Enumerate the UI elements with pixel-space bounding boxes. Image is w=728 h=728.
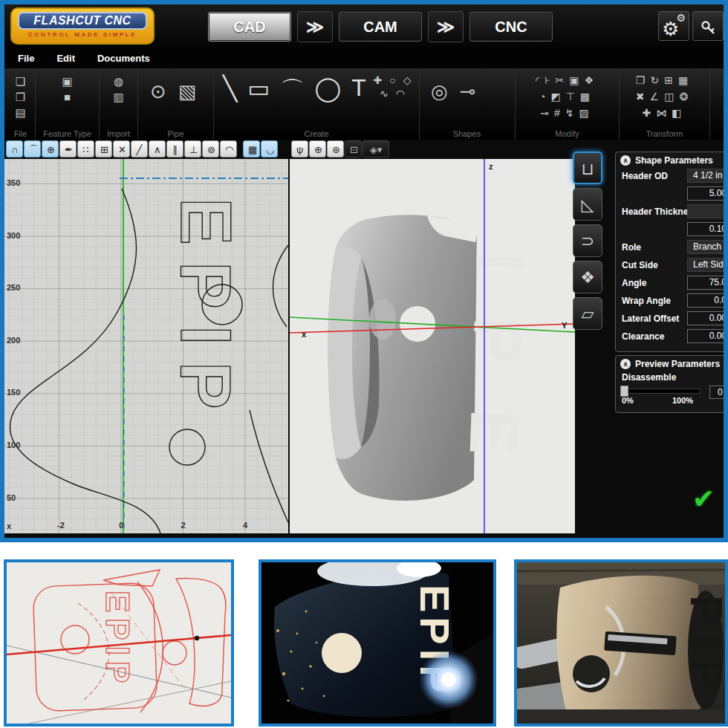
wrap-angle-field[interactable]: 0.0 <box>687 293 728 308</box>
save-icon[interactable]: ▤ <box>15 105 25 120</box>
skew-icon[interactable]: ∠ <box>650 89 665 104</box>
snap-quadrant-button[interactable]: ◠ <box>220 140 237 157</box>
nav-cnc-button[interactable]: CNC <box>469 12 553 42</box>
text-icon[interactable]: T <box>351 74 366 107</box>
break-icon[interactable]: ↯ <box>565 105 579 120</box>
cut-icon[interactable]: ✂ <box>556 73 570 88</box>
smooth-toggle-button[interactable]: ◡ <box>261 140 278 157</box>
snap-intersection-button[interactable]: ✕ <box>113 140 130 157</box>
ribbon-group-label: Shapes <box>419 129 515 138</box>
corner-icon[interactable]: ◔ <box>539 89 550 104</box>
disassemble-value-field[interactable]: 0 <box>709 386 728 399</box>
cut-side-dropdown[interactable]: Left Side <box>687 258 728 272</box>
value-field[interactable]: 0.10 <box>687 222 728 236</box>
arc-icon[interactable]: ⌒ <box>281 74 305 107</box>
angle-field[interactable]: 75.0 <box>687 276 728 290</box>
view-cube-button[interactable]: ◈▾ <box>363 140 389 157</box>
feature-filled-icon[interactable]: ■ <box>64 90 71 104</box>
clearance-field[interactable]: 0.00 <box>687 329 728 343</box>
collapse-button[interactable]: ∧ <box>620 155 631 166</box>
value-field[interactable]: 5.00 <box>687 186 728 201</box>
zoom-extents-button[interactable]: ⊛ <box>327 140 344 157</box>
joint-miter-button[interactable]: ◺ <box>573 188 602 221</box>
pipe-diameter-icon[interactable]: ⊙ <box>150 80 166 103</box>
arc-small-icon[interactable]: ◠ <box>396 88 405 100</box>
mirror-icon[interactable]: ◧ <box>672 105 686 120</box>
joint-branch-button[interactable]: ⊔ <box>573 152 602 184</box>
delete-icon[interactable]: ✖ <box>636 89 650 104</box>
point-icon[interactable]: ✚ <box>374 74 383 86</box>
preview-3d-viewport[interactable]: IPE x Y z <box>288 159 575 533</box>
cad-2d-viewport[interactable]: EPIP x 35030025020015010050-2024 <box>4 159 288 533</box>
trim-icon[interactable]: ⊦ <box>545 73 555 88</box>
snap-endpoint-button[interactable]: ✒ <box>59 140 77 157</box>
array-icon[interactable]: ⊞ <box>664 73 678 88</box>
rotate-icon[interactable]: ↻ <box>650 73 664 88</box>
grid-array-icon[interactable]: ▦ <box>678 73 693 88</box>
collapse-button[interactable]: ∧ <box>620 359 631 369</box>
weld-icon[interactable]: ⊤ <box>566 89 580 104</box>
snap-magnet-button[interactable]: ∩ <box>6 140 23 157</box>
spline-icon[interactable]: ∿ <box>380 88 389 100</box>
menu-file[interactable]: File <box>18 53 34 64</box>
apply-checkmark-button[interactable]: ✔ <box>692 486 715 513</box>
zoom-window-button[interactable]: ⊡ <box>345 140 362 157</box>
snap-vertex-button[interactable]: ∧ <box>149 140 166 157</box>
import-web-icon[interactable]: ◍ <box>114 74 123 88</box>
stretch-icon[interactable]: ▣ <box>569 73 584 88</box>
settings-gears-button[interactable]: ⚙ ⚙ <box>658 11 689 41</box>
circle-icon[interactable]: ◯ <box>315 74 342 107</box>
open-folder-icon[interactable]: ❒ <box>16 90 25 104</box>
disassemble-slider[interactable] <box>622 389 701 394</box>
grid-toggle-button[interactable]: ▦ <box>243 140 260 157</box>
pattern-icon[interactable]: ▨ <box>579 105 594 120</box>
role-dropdown[interactable]: Branch <box>687 240 728 254</box>
snap-arc-button[interactable]: ⌒ <box>24 140 41 157</box>
duplicate-icon[interactable]: ◫ <box>664 89 679 104</box>
new-file-icon[interactable]: ❏ <box>16 74 25 88</box>
crop-icon[interactable]: ◩ <box>550 89 565 104</box>
pan-hand-button[interactable]: ψ <box>291 140 308 157</box>
snap-parallel-button[interactable]: ∥ <box>166 140 183 157</box>
feature-outline-icon[interactable]: ▣ <box>62 74 72 88</box>
joint-offset-button[interactable]: ▱ <box>573 297 602 330</box>
flip-icon[interactable]: ⋈ <box>656 105 672 120</box>
rectangle-icon[interactable]: ▭ <box>247 74 270 107</box>
param-row: 5.00 <box>616 185 728 203</box>
snap-nearest-button[interactable]: ╱ <box>131 140 148 157</box>
shape-flange-icon[interactable]: ◎ <box>431 80 448 103</box>
circular-array-icon[interactable]: ❂ <box>679 89 693 104</box>
slider-thumb[interactable] <box>620 386 628 397</box>
hole-glow <box>322 633 362 673</box>
snap-tangent-button[interactable]: ⊚ <box>202 140 219 157</box>
snap-corner-button[interactable]: ⊞ <box>95 140 112 157</box>
fillet-icon[interactable]: ◜ <box>536 73 545 88</box>
copy-icon[interactable]: ❐ <box>636 73 651 88</box>
pipe-select-icon[interactable]: ▧ <box>178 80 197 103</box>
menu-documents[interactable]: Documents <box>97 53 150 64</box>
snap-center-button[interactable]: ⊕ <box>42 140 59 157</box>
header-od-dropdown[interactable]: 4 1/2 in <box>687 169 728 183</box>
snap-perpendicular-button[interactable]: ⊥ <box>184 140 201 157</box>
header-thickness-dropdown[interactable] <box>687 204 728 218</box>
move-icon[interactable]: ✚ <box>643 105 657 120</box>
joint-cluster-button[interactable]: ❖ <box>573 261 602 293</box>
nav-cad-button[interactable]: CAD <box>208 12 291 42</box>
nav-cam-button[interactable]: CAM <box>339 12 422 42</box>
ellipse-icon[interactable]: ○ <box>389 74 395 86</box>
zoom-in-button[interactable]: ⊕ <box>309 140 326 157</box>
polygon-icon[interactable]: ◇ <box>403 74 412 86</box>
menu-edit[interactable]: Edit <box>56 53 75 64</box>
offset-icon[interactable]: ⊸ <box>540 105 554 120</box>
shape-fitting-icon[interactable]: ⊸ <box>460 80 476 103</box>
snap-grid-points-button[interactable]: ∷ <box>77 140 94 157</box>
explode-icon[interactable]: ❖ <box>585 73 599 88</box>
joint-saddle-button[interactable]: ⊃ <box>573 224 602 257</box>
lateral-offset-field[interactable]: 0.00 <box>687 311 728 325</box>
snap-grid-icon[interactable]: # <box>554 105 565 120</box>
license-key-button[interactable] <box>692 11 724 41</box>
warp-icon[interactable]: ▩ <box>580 89 595 104</box>
line-icon[interactable]: ╲ <box>223 74 237 107</box>
ribbon-row: ✚⋈◧ <box>620 104 709 120</box>
import-file-icon[interactable]: ▥ <box>113 90 123 104</box>
